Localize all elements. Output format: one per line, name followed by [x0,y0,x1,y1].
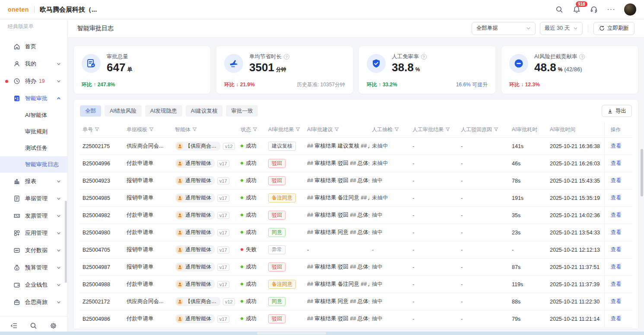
duration-cell: 79s [509,310,547,328]
sidebar-item-合思商旅[interactable]: 合思商旅 [0,294,67,311]
column-header-人工审批结果[interactable]: 人工审批结果 [410,122,458,138]
status-label: 成功 [246,298,257,304]
stats-row: 审批总量647单环比 ↑ 247.8%单均节省时长?3501分钟环比 ↓ 21.… [74,46,638,94]
status-cell: 成功 [238,310,266,328]
view-link[interactable]: 查看 [611,160,622,166]
filter-funnel-icon[interactable] [445,127,450,133]
filter-funnel-icon[interactable] [334,127,339,133]
horizontal-scrollbar[interactable] [0,332,644,335]
sidebar-item-信用管理[interactable]: 信用管理 [0,311,67,316]
settings-gear-icon[interactable] [49,322,57,330]
sidebar-item-待办[interactable]: 待办19 [0,73,67,90]
sidebar-item-企业钱包[interactable]: 企业钱包 [0,276,67,294]
filter-funnel-icon[interactable] [149,127,154,133]
document-type-select[interactable]: 全部单据 [472,22,536,35]
help-icon[interactable]: ? [421,54,427,60]
manual-check-cell: 抽中 [369,224,410,241]
view-link[interactable]: 查看 [611,247,622,253]
help-icon[interactable]: ? [579,54,585,60]
date-range-select[interactable]: 最近 30 天 [540,22,583,35]
status-label: 成功 [246,212,257,218]
reject-reason-cell: - [458,276,509,293]
sidebar-item-应用管理[interactable]: 应用管理 [0,224,67,242]
user-avatar[interactable] [624,3,636,16]
view-link[interactable]: 查看 [611,316,622,322]
view-link[interactable]: 查看 [611,281,622,287]
column-header-人工抽检[interactable]: 人工抽检 [369,122,410,138]
sidebar-item-发票管理[interactable]: 发票管理 [0,207,67,224]
column-label: AI审批时间 [550,126,575,133]
column-header-状态[interactable]: 状态 [238,122,266,138]
sidebar-scrollbar[interactable] [65,201,67,283]
view-link[interactable]: 查看 [611,298,622,304]
sidebar-item-首页[interactable]: 首页 [0,38,67,55]
refresh-icon [599,25,605,31]
ai-advice-cell: ## 审核结果 驳回 ## 总体分析 [305,259,369,276]
notification-bell-icon[interactable]: 918 [572,5,581,14]
view-link[interactable]: 查看 [611,143,622,149]
filter-funnel-icon[interactable] [95,127,99,133]
status-cell: 成功 [238,259,266,276]
view-link[interactable]: 查看 [611,212,622,218]
sidebar-item-单据管理[interactable]: 单据管理 [0,190,67,207]
filter-funnel-icon[interactable] [253,127,257,133]
sidebar: 经典版菜单 首页我的待办19智能审批AI智能体审批规则测试任务智能审批日志报表单… [0,19,68,335]
filter-funnel-icon[interactable] [494,127,498,133]
filter-funnel-icon[interactable] [394,127,399,133]
sidebar-subitem-测试任务[interactable]: 测试任务 [0,140,67,156]
search-icon[interactable] [555,5,564,14]
view-link[interactable]: 查看 [611,195,622,201]
sidebar-search-icon[interactable] [29,322,38,330]
payment-icon [13,247,21,254]
view-link[interactable]: 查看 [611,264,622,270]
export-button[interactable]: 导出 [602,105,632,117]
more-menu-icon[interactable]: ··· [607,5,615,14]
agent-pill: 通用智能体 [175,159,215,168]
agent-version-tag: v17 [217,160,229,167]
filter-funnel-icon[interactable] [295,127,300,133]
filter-tab-AI错放风险[interactable]: AI错放风险 [105,105,142,117]
column-header-AI审批建议[interactable]: AI审批建议 [305,122,369,138]
column-header-人工驳回原因[interactable]: 人工驳回原因 [458,122,509,138]
ai-advice-cell: ## 审核结果 同意 ## 总体分析 [305,293,369,310]
agent-avatar-icon [176,281,183,288]
header-separator [588,25,588,32]
manual-result-cell: - [410,207,458,224]
sidebar-item-智能审批[interactable]: 智能审批 [0,90,67,107]
collapse-menu-icon[interactable] [10,322,19,330]
action-cell: 查看 [604,241,632,259]
help-icon[interactable]: ? [284,54,289,60]
sidebar-item-我的[interactable]: 我的 [0,55,67,73]
sidebar-item-报表[interactable]: 报表 [0,173,67,190]
reject-reason-cell: - [458,172,509,190]
agent-version-tag: v12 [223,143,235,150]
duration-cell: 191s [509,190,547,207]
duration-cell: 35s [509,207,547,224]
sidebar-item-预算管理[interactable]: 预算管理 [0,259,67,276]
chevron-down-icon [573,26,578,31]
agent-cell: 通用智能体v17 [172,207,238,224]
filter-tab-AI建议复核[interactable]: AI建议复核 [186,105,223,117]
sidebar-subitem-AI智能体[interactable]: AI智能体 [0,107,67,123]
action-cell: 查看 [604,276,632,293]
reject-reason-cell: - [458,259,509,276]
column-header-单据模板[interactable]: 单据模板 [124,122,172,138]
column-header-智能体[interactable]: 智能体 [172,122,238,138]
filter-funnel-icon[interactable] [192,127,197,133]
headset-support-icon[interactable] [590,5,598,14]
vertical-scrollbar[interactable] [641,149,643,196]
column-header-AI审批结果[interactable]: AI审批结果 [266,122,305,138]
filter-tab-审批一致[interactable]: 审批一致 [226,105,258,117]
sidebar-subitem-审批规则[interactable]: 审批规则 [0,123,67,140]
column-header-单号[interactable]: 单号 [80,122,124,138]
sidebar-subitem-智能审批日志[interactable]: 智能审批日志 [0,156,67,173]
view-link[interactable]: 查看 [611,229,622,235]
agent-avatar-icon [176,264,183,271]
filter-tab-全部[interactable]: 全部 [80,105,101,117]
view-link[interactable]: 查看 [611,177,622,183]
refresh-button[interactable]: 立即刷新 [593,22,634,35]
filter-tab-AI发现隐患[interactable]: AI发现隐患 [145,105,182,117]
status-dot [241,179,243,182]
horizontal-scrollbar-thumb[interactable] [257,332,326,335]
sidebar-item-支付数据[interactable]: 支付数据 [0,242,67,259]
